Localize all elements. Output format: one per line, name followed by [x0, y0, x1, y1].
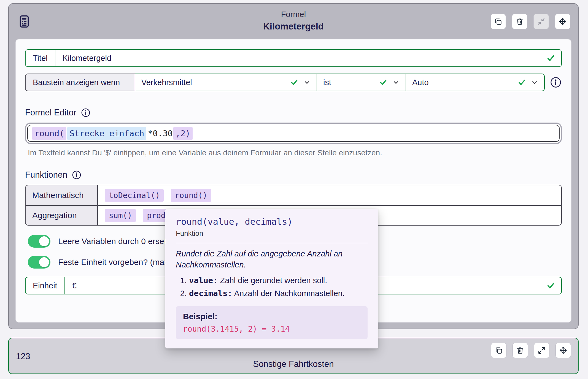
condition-variable-select[interactable]: Verkehrsmittel: [135, 74, 317, 91]
tooltip-example-label: Beispiel:: [183, 312, 360, 321]
collapse-button[interactable]: [533, 14, 549, 29]
trash-icon: [516, 17, 524, 26]
chevron-down-icon: [531, 79, 538, 86]
formula-hint-text: Im Textfeld kannst Du '$' eintippen, um …: [25, 148, 562, 157]
functions-section: Funktionen: [25, 170, 562, 180]
info-icon[interactable]: [72, 170, 82, 180]
formula-token-function: round(: [32, 127, 66, 140]
titel-input[interactable]: Kilometergeld: [55, 54, 546, 63]
chevron-down-icon: [303, 79, 311, 86]
function-category-label: Mathematisch: [26, 185, 98, 205]
condition-operator-value: ist: [323, 78, 331, 87]
move-button[interactable]: [555, 14, 570, 29]
collapse-icon: [537, 17, 545, 26]
tooltip-parameter-list: value: Zahl die gerundet werden soll. de…: [176, 275, 368, 299]
function-button-round[interactable]: round(): [171, 189, 211, 202]
chevron-down-icon: [392, 79, 400, 86]
tooltip-example-box: Beispiel: round(3.1415, 2) = 3.14: [176, 306, 368, 339]
delete-button[interactable]: [513, 343, 528, 358]
number-block-title: Sonstige Fahrtkosten: [9, 359, 578, 369]
valid-check-icon: [290, 78, 298, 86]
copy-button[interactable]: [491, 343, 506, 358]
condition-value-value: Auto: [412, 78, 429, 87]
tooltip-param-value: value: Zahl die gerundet werden soll.: [189, 275, 368, 286]
formula-input[interactable]: round( Strecke einfach *0.30 ,2): [27, 125, 560, 142]
condition-operator-select[interactable]: ist: [317, 74, 406, 91]
tooltip-description: Rundet die Zahl auf die angegebene Anzah…: [176, 248, 368, 270]
formula-editor-section: Formel Editor: [25, 108, 562, 118]
move-icon: [559, 17, 567, 26]
tooltip-param-decimals: decimals: Anzahl der Nachkommastellen.: [189, 288, 368, 299]
info-icon[interactable]: [550, 76, 562, 88]
function-category-label: Aggregation: [26, 206, 98, 225]
condition-row: Baustein anzeigen wenn Verkehrsmittel is…: [25, 74, 562, 91]
toggle-label: Feste Einheit vorgeben? (max: [58, 258, 168, 267]
valid-check-icon: [379, 78, 387, 86]
tooltip-divider: [176, 243, 368, 243]
toggle-empty-variables[interactable]: [28, 235, 50, 248]
condition-value-select[interactable]: Auto: [406, 74, 545, 91]
card-actions: [490, 14, 570, 29]
move-icon: [559, 346, 567, 354]
formula-token-literal: *0.30: [147, 127, 173, 140]
condition-variable-value: Verkehrsmittel: [141, 78, 192, 87]
valid-check-icon: [546, 281, 555, 290]
tooltip-kind: Funktion: [176, 229, 368, 238]
functions-label: Funktionen: [25, 170, 67, 180]
card-actions: [491, 343, 571, 358]
functions-row-mathematisch: Mathematisch toDecimal() round(): [26, 185, 561, 205]
formula-card-header: Formel Kilometergeld: [9, 4, 578, 39]
formula-editor-label: Formel Editor: [25, 108, 76, 118]
move-button[interactable]: [555, 343, 571, 358]
einheit-field-label: Einheit: [26, 277, 65, 294]
expand-button[interactable]: [534, 343, 549, 358]
formula-input-focus-ring: round( Strecke einfach *0.30 ,2): [25, 123, 562, 144]
copy-icon: [494, 17, 502, 26]
delete-button[interactable]: [512, 14, 527, 29]
tooltip-example-code: round(3.1415, 2) = 3.14: [183, 324, 360, 334]
calculator-icon: [17, 14, 32, 29]
condition-label: Baustein anzeigen wenn: [25, 74, 135, 91]
toggle-fixed-unit[interactable]: [28, 256, 50, 269]
info-icon[interactable]: [81, 108, 91, 118]
titel-field-label: Titel: [26, 50, 55, 66]
trash-icon: [516, 346, 524, 354]
function-button-sum[interactable]: sum(): [105, 209, 136, 222]
tooltip-function-signature: round(value, decimals): [176, 216, 368, 227]
titel-field: Titel Kilometergeld: [25, 49, 562, 67]
valid-check-icon: [518, 78, 526, 86]
formula-token-variable: Strecke einfach: [67, 127, 146, 140]
formula-token-function-close: ,2): [173, 127, 193, 140]
function-button-todecimal[interactable]: toDecimal(): [105, 189, 164, 202]
expand-icon: [538, 346, 546, 354]
copy-button[interactable]: [490, 14, 506, 29]
copy-icon: [495, 346, 503, 354]
function-tooltip: round(value, decimals) Funktion Rundet d…: [165, 209, 378, 348]
valid-check-icon: [546, 54, 555, 63]
